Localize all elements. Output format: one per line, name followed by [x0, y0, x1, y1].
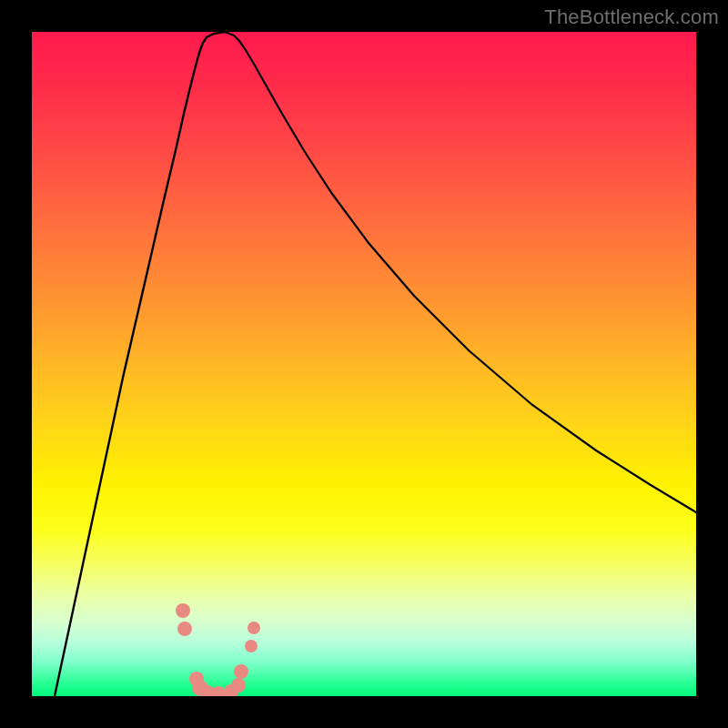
marker-dot [248, 622, 260, 634]
marker-dot [234, 664, 248, 679]
marker-dot [177, 622, 192, 636]
curve-layer [32, 32, 696, 696]
marker-dot [211, 686, 226, 696]
marker-dot [245, 640, 258, 652]
watermark-text: TheBottleneck.com [544, 5, 719, 29]
plot-area [32, 32, 696, 696]
marker-dot [176, 603, 190, 618]
marker-group [176, 603, 260, 696]
left-curve [55, 32, 225, 696]
chart-frame: TheBottleneck.com [0, 0, 728, 728]
right-curve [225, 32, 696, 512]
marker-dot [231, 678, 246, 693]
